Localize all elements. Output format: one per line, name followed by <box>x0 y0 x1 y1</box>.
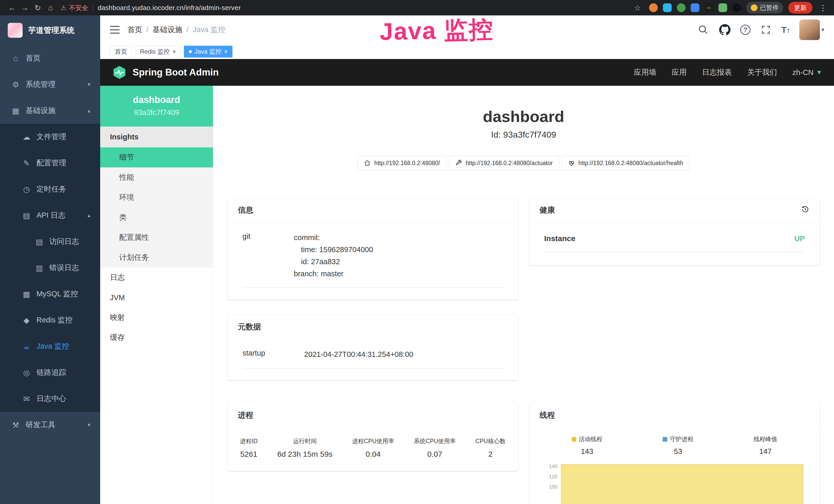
legend-daemon-threads: 守护进程 53 <box>663 435 694 456</box>
address-bar[interactable]: dashboard.yudao.iocoder.cn/infra/admin-s… <box>97 4 241 12</box>
wrench-icon <box>455 160 462 166</box>
sba-nav-applications[interactable]: 应用 <box>672 67 686 77</box>
sidebar-item-java-monitor[interactable]: ☕ Java 监控 <box>0 333 100 360</box>
sba-item-caches[interactable]: 缓存 <box>100 328 213 348</box>
sba-item-environment[interactable]: 环境 <box>100 187 213 207</box>
extension-icon[interactable]: on <box>705 3 713 12</box>
sidebar-item-log-center[interactable]: ✉ 日志中心 <box>0 386 100 412</box>
app-menu: ⌂ 首页 ⚙ 系统管理 ▾ ▦ 基础设施 ▴ ☁ 文件管理 ✎ 配置 <box>0 45 100 438</box>
sidebar-item-system-mgmt[interactable]: ⚙ 系统管理 ▾ <box>0 71 100 97</box>
stat-process-cpu: 进程CPU使用率 0.04 <box>352 437 394 459</box>
user-menu[interactable]: ▾ <box>799 20 824 40</box>
extension-icon[interactable] <box>649 3 658 12</box>
chevron-down-icon: ▾ <box>88 421 90 428</box>
sba-item-config-props[interactable]: 配置属性 <box>100 228 213 248</box>
hamburger-icon[interactable] <box>110 26 120 33</box>
actuator-url-button[interactable]: http://192.168.0.2:48080/actuator <box>449 156 559 170</box>
metadata-card-title: 元数据 <box>227 315 518 339</box>
tab-close-icon[interactable]: × <box>172 48 176 55</box>
sidebar-item-infrastructure[interactable]: ▦ 基础设施 ▴ <box>0 97 100 124</box>
browser-chrome: ← → ↻ ⌂ ⚠ 不安全 dashboard.yudao.iocoder.cn… <box>0 0 834 16</box>
sidebar-item-scheduled-tasks[interactable]: ◷ 定时任务 <box>0 176 100 202</box>
sidebar-item-tracing[interactable]: ◎ 链路追踪 <box>0 360 100 386</box>
breadcrumb-section[interactable]: 基础设施 <box>153 25 182 35</box>
font-size-icon[interactable]: TT <box>781 25 790 35</box>
sidebar-item-dev-tools[interactable]: ⚒ 研发工具 ▾ <box>0 412 100 438</box>
breadcrumb: 首页 / 基础设施 / Java 监控 <box>127 25 225 35</box>
warning-icon: ⚠ <box>61 4 66 12</box>
instance-header[interactable]: dashboard 93a3fc7f7409 <box>100 86 213 127</box>
github-icon[interactable] <box>719 24 731 36</box>
sidebar-item-mysql-monitor[interactable]: ▦ MySQL 监控 <box>0 281 100 307</box>
sidebar-item-config-mgmt[interactable]: ✎ 配置管理 <box>0 150 100 176</box>
extension-icon[interactable] <box>677 3 685 12</box>
insights-group: 细节 性能 环境 类 配置属性 <box>100 147 213 268</box>
breadcrumb-separator: / <box>186 26 189 34</box>
sba-logo-icon <box>112 65 127 80</box>
breadcrumb-home[interactable]: 首页 <box>127 25 142 35</box>
locale-select[interactable]: zh-CN ▼ <box>792 68 822 77</box>
app-logo-row[interactable]: 芋道管理系统 <box>0 16 100 45</box>
paused-badge[interactable]: 已暂停 <box>746 2 783 14</box>
chrome-menu-icon[interactable]: ⋮ <box>817 3 828 12</box>
sba-nav-journal[interactable]: 日志报表 <box>702 67 732 77</box>
search-icon[interactable] <box>697 24 709 36</box>
sba-item-scheduled[interactable]: 计划任务 <box>100 248 213 268</box>
legend-swatch-yellow <box>572 437 576 442</box>
metadata-card: 元数据 startup 2021-04-27T00:44:31.254+08:0… <box>227 315 518 380</box>
info-card: 信息 git commit: time: 1596289704000 id: 2… <box>227 198 518 300</box>
sidebar-item-api-logs[interactable]: ▤ API 日志 ▴ <box>0 202 100 229</box>
instance-links: http://192.168.0.2:48080/ http://192.168… <box>213 156 834 170</box>
chrome-update-button[interactable]: 更新 <box>788 2 812 14</box>
stat-cpu-cores: CPU核心数 2 <box>476 437 506 459</box>
sba-item-details[interactable]: 细节 <box>100 147 213 167</box>
service-url-button[interactable]: http://192.168.0.2:48080/ <box>357 156 446 170</box>
legend-peak-threads: 线程峰值 147 <box>753 435 777 456</box>
health-card: 健康 Instance <box>529 198 820 265</box>
app-logo <box>8 23 23 38</box>
process-card: 进程 进程ID 5261 运行时间 6d 23h 15m 59 <box>227 403 518 471</box>
reload-icon[interactable]: ↻ <box>31 1 44 14</box>
emoji-icon <box>751 4 758 11</box>
monitor-icon: ▦ <box>11 106 21 115</box>
sidebar-item-home[interactable]: ⌂ 首页 <box>0 45 100 71</box>
bookmark-star-icon[interactable]: ☆ <box>631 1 644 14</box>
security-chip[interactable]: ⚠ 不安全 <box>61 4 88 12</box>
tab-redis-monitor[interactable]: Redis 监控 × <box>135 46 181 58</box>
fullscreen-icon[interactable] <box>760 24 772 36</box>
sba-item-mappings[interactable]: 映射 <box>100 307 213 328</box>
extension-icon[interactable] <box>732 3 741 12</box>
chevron-up-icon: ▴ <box>88 212 90 219</box>
sba-brand: Spring Boot Admin <box>133 67 219 78</box>
sidebar-item-redis-monitor[interactable]: ◆ Redis 监控 <box>0 307 100 333</box>
sidebar-item-file-mgmt[interactable]: ☁ 文件管理 <box>0 124 100 150</box>
log-icon: ▤ <box>22 211 31 220</box>
instance-name: dashboard <box>105 94 208 105</box>
history-icon[interactable] <box>801 205 809 215</box>
extension-icon[interactable] <box>719 3 727 12</box>
extension-icon[interactable] <box>691 3 699 12</box>
sba-nav-wallboard[interactable]: 应用墙 <box>634 67 656 77</box>
tab-java-monitor[interactable]: Java 监控 × <box>184 46 233 58</box>
back-icon[interactable]: ← <box>6 1 19 14</box>
sba-item-jvm[interactable]: JVM <box>100 288 213 307</box>
sba-nav-about[interactable]: 关于我们 <box>747 67 777 77</box>
forward-icon[interactable]: → <box>19 1 31 14</box>
instance-health-row: Instance UP <box>544 232 805 252</box>
sba-item-metrics[interactable]: 性能 <box>100 167 213 187</box>
breadcrumb-separator: / <box>147 26 149 34</box>
home-icon[interactable]: ⌂ <box>44 1 57 14</box>
sba-item-classes[interactable]: 类 <box>100 207 213 228</box>
threads-card-title: 线程 <box>529 403 820 428</box>
tab-home[interactable]: 首页 <box>110 46 132 58</box>
sidebar-item-error-logs[interactable]: ▥ 错误日志 <box>0 255 100 281</box>
health-url-button[interactable]: http://192.168.0.2:48080/actuator/health <box>562 156 690 170</box>
tab-close-icon[interactable]: × <box>224 48 227 55</box>
sidebar-item-access-logs[interactable]: ▤ 访问日志 <box>0 229 100 255</box>
extension-icon[interactable] <box>663 3 672 12</box>
threads-chart: 140 120 100 <box>542 463 808 504</box>
tools-icon: ⚒ <box>11 420 21 430</box>
sba-item-logs[interactable]: 日志 <box>100 268 213 288</box>
help-icon[interactable]: ? <box>740 25 750 35</box>
trace-icon: ◎ <box>22 368 31 377</box>
